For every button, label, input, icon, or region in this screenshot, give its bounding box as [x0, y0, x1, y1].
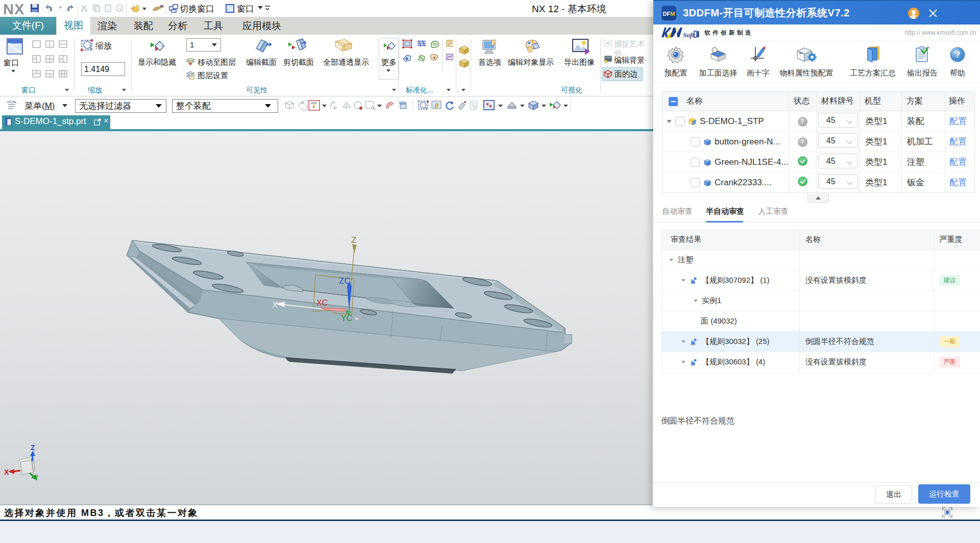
svg-text:YC: YC — [341, 314, 352, 323]
svg-text:Y: Y — [357, 314, 363, 323]
svg-text:X: X — [272, 301, 278, 309]
svg-text:ZC: ZC — [339, 276, 351, 286]
svg-text:Soft: Soft — [683, 31, 694, 39]
svg-text:XC: XC — [316, 299, 328, 307]
svg-text:Z: Z — [351, 235, 356, 245]
svg-text:?: ? — [955, 50, 960, 60]
svg-text:Y: Y — [34, 474, 39, 482]
svg-text:X: X — [4, 468, 9, 476]
svg-text:Z: Z — [31, 443, 35, 452]
